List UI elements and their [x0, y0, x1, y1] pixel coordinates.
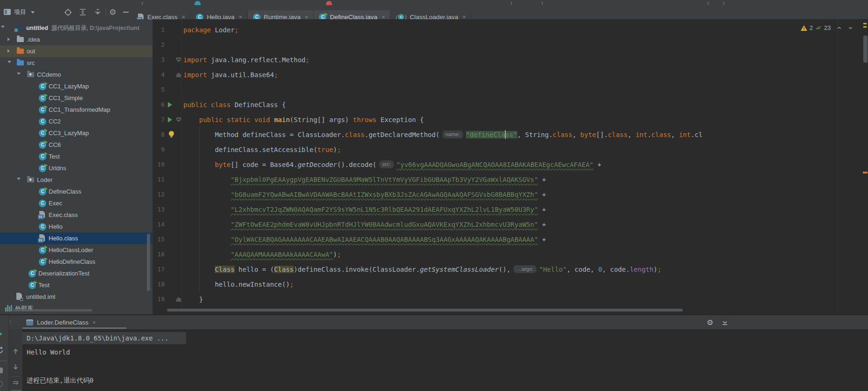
intention-bulb-icon[interactable] — [169, 131, 174, 136]
editor-vertical-scrollbar[interactable] — [863, 36, 868, 63]
class-icon: C — [39, 118, 46, 125]
code-line-5[interactable]: 5 — [154, 82, 868, 97]
tree-item-loder[interactable]: Loder — [0, 174, 152, 186]
tree-item-ccdemo[interactable]: CCdemo — [0, 69, 152, 80]
run-gutter-icon[interactable] — [168, 102, 172, 108]
fold-marker-icon[interactable] — [176, 297, 181, 302]
chevron-down-icon[interactable] — [17, 178, 21, 180]
tree-item-deserializationtest[interactable]: CDeserializationTest — [0, 268, 152, 279]
fold-marker-icon[interactable] — [176, 72, 181, 77]
chevron-right-icon[interactable] — [7, 49, 10, 53]
tree-item-cc3_lazymap[interactable]: CCC3_LazyMap — [0, 127, 152, 139]
warning-stripe-mark[interactable] — [863, 172, 868, 174]
close-icon[interactable]: × — [92, 319, 96, 326]
tree-item-test[interactable]: CTest — [0, 279, 152, 291]
tree-item-cc6[interactable]: CCC6 — [0, 139, 152, 151]
code-line-15[interactable]: 15 "OylWACEABQAGAAAAAAACAAEABwAIAAEACQAA… — [154, 232, 868, 247]
code-line-1[interactable]: 1package Loder; — [154, 22, 868, 37]
code-line-13[interactable]: 13 "L2xhbmcvT2JqZWN0AQAQamF2YS9sYW5nL1N5… — [154, 202, 868, 217]
tree-item-src[interactable]: src — [0, 57, 152, 69]
chevron-up-icon[interactable] — [837, 26, 841, 30]
warning-stripe-mark[interactable] — [863, 23, 867, 24]
code-line-18[interactable]: 18 hello.newInstance(); — [154, 277, 868, 292]
tree-item-defineclass[interactable]: CDefineClass — [0, 186, 152, 197]
tree-item-label: CC1_Simple — [49, 92, 83, 104]
code-line-10[interactable]: 10 byte[] code = Base64.getDecoder().dec… — [154, 157, 868, 172]
code-line-11[interactable]: 11 "Bjxpbml0PgEAAygpVgEABENvZGUBAA9MaW5l… — [154, 172, 868, 187]
up-the-stack-icon[interactable] — [12, 348, 19, 355]
tree-horizontal-scrollbar[interactable] — [13, 309, 92, 311]
code-line-14[interactable]: 14 "ZWFtOwEAE2phdmEvaW8vUHJpbnRTdHJlYW0B… — [154, 217, 868, 232]
code-text: package Loder; — [183, 22, 239, 37]
collapse-all-icon[interactable] — [93, 7, 103, 17]
chevron-down-icon[interactable] — [1, 26, 5, 28]
line-number: 10 — [154, 157, 165, 172]
expand-all-icon[interactable] — [78, 7, 88, 17]
tree-item-untitled[interactable]: untitled源代码根目录, D:\javaProject\unt — [0, 22, 152, 34]
locate-icon[interactable] — [63, 7, 73, 17]
code-line-6[interactable]: 6public class DefineClass { — [154, 97, 868, 112]
code-line-8[interactable]: 8 Method defineClass = ClassLoader.class… — [154, 127, 868, 142]
parameter-hint: name: — [442, 130, 463, 138]
chevron-right-icon[interactable] — [7, 37, 10, 41]
console-output[interactable]: D:\Java\jdk1.8.0_65\bin\java.exe ...Hell… — [22, 329, 868, 391]
code-editor[interactable]: 1package Loder;23import java.lang.reflec… — [154, 19, 868, 314]
tree-item--idea[interactable]: .idea — [0, 34, 152, 45]
tree-item-label: 外部库 — [15, 303, 33, 314]
gear-icon[interactable]: ⚙ — [108, 7, 118, 17]
rerun-icon[interactable] — [0, 330, 2, 338]
soft-wrap-icon[interactable] — [12, 380, 20, 387]
tree-vertical-scrollbar[interactable] — [147, 234, 150, 291]
stop-icon[interactable] — [0, 368, 3, 373]
code-line-12[interactable]: 12 "bG8uamF2YQwABwAIBwAVDAAWABcBAAtIZWxs… — [154, 187, 868, 202]
editor-horizontal-scrollbar[interactable] — [167, 309, 683, 311]
chevron-down-icon[interactable] — [848, 26, 853, 30]
tree-item-exec-class[interactable]: 01Exec.class — [0, 209, 152, 221]
tree-item-helloclassloder[interactable]: CHelloClassLoder — [0, 244, 152, 256]
tree-item-cc1_transformedmap[interactable]: CCC1_TransformedMap — [0, 104, 152, 116]
inspections-widget[interactable]: 2 ✓✓ 23 — [801, 24, 853, 31]
project-panel-label[interactable]: 项目 — [14, 5, 26, 19]
tree-item-cc2[interactable]: CCC2 — [0, 116, 152, 127]
fold-marker-icon[interactable] — [176, 58, 181, 62]
project-panel-icon[interactable] — [4, 9, 11, 15]
fold-marker-icon[interactable] — [176, 117, 181, 122]
tree-item-exec[interactable]: CExec — [0, 197, 152, 209]
code-line-17[interactable]: 17 Class hello = (Class)defineClass.invo… — [154, 262, 868, 277]
code-line-9[interactable]: 9 defineClass.setAccessible(true); — [154, 142, 868, 157]
code-line-7[interactable]: 7 public static void main(String[] args)… — [154, 112, 868, 127]
hide-panel-icon[interactable] — [722, 319, 728, 326]
chevron-down-icon[interactable] — [17, 72, 21, 75]
line-number: 4 — [154, 67, 165, 82]
tree-item-out[interactable]: out — [0, 45, 152, 57]
code-line-4[interactable]: 4import java.util.Base64; — [154, 67, 868, 82]
tree-item-path: 源代码根目录, D:\javaProject\unt — [51, 25, 139, 31]
hide-panel-icon[interactable] — [121, 7, 131, 17]
tree-item-hello-class[interactable]: 01Hello.class — [0, 232, 152, 244]
tree-item-cc1_lazymap[interactable]: CCC1_LazyMap — [0, 80, 152, 92]
chevron-down-icon[interactable] — [31, 11, 35, 14]
package-icon — [27, 177, 34, 182]
warning-stripe-mark[interactable] — [863, 26, 867, 28]
tree-item-cc1_simple[interactable]: CCC1_Simple — [0, 92, 152, 104]
tree-item-test[interactable]: CTest — [0, 151, 152, 162]
code-line-3[interactable]: 3import java.lang.reflect.Method; — [154, 52, 868, 67]
down-the-stack-icon[interactable] — [12, 363, 19, 370]
tree-item-untitled-iml[interactable]: untitled.iml — [0, 291, 152, 303]
chevron-down-icon[interactable] — [7, 61, 11, 63]
project-tree: untitled源代码根目录, D:\javaProject\unt.ideao… — [0, 19, 152, 314]
code-line-19[interactable]: 19 } — [154, 292, 868, 307]
tree-item--[interactable]: 外部库 — [0, 303, 152, 314]
code-line-2[interactable]: 2 — [154, 37, 868, 52]
run-gutter-icon[interactable] — [168, 117, 172, 123]
line-number: 6 — [154, 97, 165, 112]
line-number: 8 — [154, 127, 165, 142]
code-line-16[interactable]: 16 "AAAQAAMAAAABAAkAAAACAAwA"); — [154, 247, 868, 262]
gear-icon[interactable]: ⚙ — [707, 318, 713, 327]
tree-item-hello[interactable]: CHello — [0, 221, 152, 232]
dump-threads-icon[interactable] — [0, 381, 3, 387]
panel-splitter[interactable] — [152, 19, 153, 314]
tree-item-urldns[interactable]: CUrldns — [0, 162, 152, 174]
tree-item-hellodefineclass[interactable]: CHelloDefineClass — [0, 256, 152, 268]
rerun-failed-icon[interactable] — [0, 346, 4, 355]
